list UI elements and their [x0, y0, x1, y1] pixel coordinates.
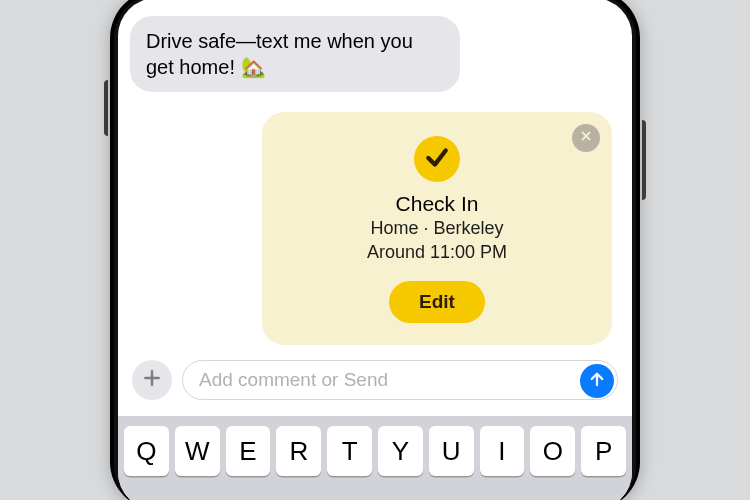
key-u[interactable]: U — [429, 426, 474, 476]
message-input[interactable]: Add comment or Send — [182, 360, 618, 400]
incoming-message-text: Drive safe—text me when you get home! 🏡 — [146, 30, 413, 78]
plus-icon — [142, 368, 162, 392]
key-r[interactable]: R — [276, 426, 321, 476]
key-e[interactable]: E — [226, 426, 271, 476]
phone-frame: Drive safe—text me when you get home! 🏡 … — [110, 0, 640, 500]
key-o[interactable]: O — [530, 426, 575, 476]
key-y[interactable]: Y — [378, 426, 423, 476]
checkin-location: Home · Berkeley — [278, 216, 596, 240]
keyboard: Q W E R T Y U I O P — [118, 416, 632, 500]
key-i[interactable]: I — [480, 426, 525, 476]
key-w[interactable]: W — [175, 426, 220, 476]
checkin-card: Check In Home · Berkeley Around 11:00 PM… — [262, 112, 612, 345]
keyboard-row-1: Q W E R T Y U I O P — [124, 426, 626, 476]
send-button[interactable] — [580, 364, 614, 398]
phone-screen: Drive safe—text me when you get home! 🏡 … — [118, 0, 632, 500]
close-icon — [579, 129, 593, 147]
message-input-placeholder: Add comment or Send — [199, 369, 388, 391]
key-p[interactable]: P — [581, 426, 626, 476]
edit-button[interactable]: Edit — [389, 281, 485, 323]
messages-thread: Drive safe—text me when you get home! 🏡 … — [118, 0, 632, 345]
key-q[interactable]: Q — [124, 426, 169, 476]
incoming-message-bubble[interactable]: Drive safe—text me when you get home! 🏡 — [130, 16, 460, 92]
checkmark-icon — [424, 144, 450, 174]
attach-button[interactable] — [132, 360, 172, 400]
key-t[interactable]: T — [327, 426, 372, 476]
composer-row: Add comment or Send — [132, 358, 618, 402]
checkin-eta: Around 11:00 PM — [278, 240, 596, 264]
arrow-up-icon — [588, 370, 606, 392]
checkmark-badge — [414, 136, 460, 182]
close-button[interactable] — [572, 124, 600, 152]
checkin-title: Check In — [278, 192, 596, 216]
